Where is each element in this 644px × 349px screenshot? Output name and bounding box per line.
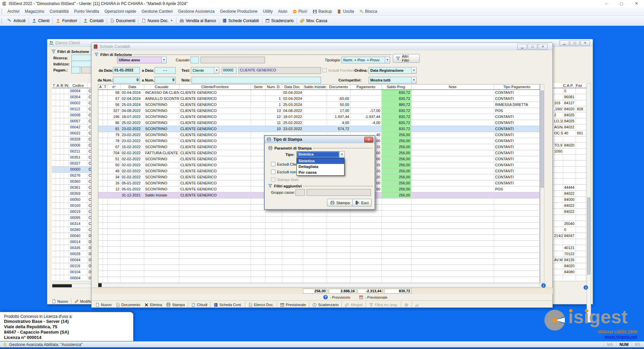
dialog-close-button[interactable]: ✕: [364, 137, 373, 142]
list-item[interactable]: 84022: [553, 203, 586, 209]
dropdown-option-percassa[interactable]: Per cassa: [297, 170, 344, 175]
list-item[interactable]: 00119D: [52, 263, 95, 269]
list-item[interactable]: [553, 215, 586, 221]
table-row[interactable]: 19618-07-2022SCONTRINOCLIENTE GENERICO12…: [98, 114, 540, 120]
list-item[interactable]: OC.SA40691: [553, 130, 586, 136]
list-item[interactable]: 00112C: [52, 106, 95, 112]
list-item[interactable]: 00100C: [52, 203, 95, 209]
elenco-minimize-button[interactable]: ▁: [559, 40, 569, 46]
list-item[interactable]: [553, 173, 586, 179]
menu-item-magazzino[interactable]: Magazzino: [22, 8, 47, 15]
list-item[interactable]: ,160/84020828: [553, 106, 586, 112]
menu-item-plus[interactable]: Plus!: [290, 8, 310, 15]
list-item[interactable]: 00314C: [52, 221, 95, 227]
list-item[interactable]: AGNA,84022: [553, 124, 586, 130]
list-item[interactable]: 00050C: [52, 197, 95, 203]
causale-code-input[interactable]: [191, 57, 199, 63]
schede-toolbar-documento[interactable]: Documento: [114, 302, 142, 308]
elenco-info-icon[interactable]: i: [583, 285, 588, 290]
list-item[interactable]: 00095C: [52, 215, 95, 221]
table-row[interactable]: 32704-08-2022SCONTRINOCLIENTE GENERICO13…: [98, 108, 540, 114]
test-code-field[interactable]: 00000: [222, 67, 236, 74]
list-item[interactable]: 00028D: [52, 251, 95, 257]
list-item[interactable]: [553, 275, 586, 281]
list-item[interactable]: 00211C: [52, 149, 95, 155]
schede-contabili-titlebar[interactable]: Schede Contabili ▁ ▢ ✕: [92, 43, 552, 50]
list-item[interactable]: 00327C: [52, 161, 95, 167]
menu-item-archivi[interactable]: Archivi: [5, 8, 22, 15]
list-item[interactable]: 1050: [553, 149, 586, 155]
list-item[interactable]: 00360C: [52, 179, 95, 185]
toolbar-button-articoli[interactable]: Articoli: [5, 17, 28, 24]
schede-toolbar-filtraincpag[interactable]: Filtra inc./pag.: [367, 302, 399, 308]
list-item[interactable]: [553, 136, 586, 142]
list-item[interactable]: [553, 167, 586, 173]
list-item[interactable]: 00104D: [52, 269, 95, 275]
schede-toolbar-nuovo[interactable]: Nuovo: [94, 302, 113, 308]
corrispettivi-combobox[interactable]: Mostra tutti▼: [369, 77, 417, 83]
list-item[interactable]: 10384127: [553, 100, 586, 106]
escludi-clienti-checkbox[interactable]: [271, 162, 275, 166]
altri-filtri-button[interactable]: Altri Filtri: [393, 54, 420, 63]
list-item[interactable]: 00351C: [52, 155, 95, 161]
schede-toolbar-elencodoc[interactable]: Elenco Doc.: [247, 302, 275, 308]
toolbar-button-venditaalbanco[interactable]: Vendita al Banco: [177, 17, 218, 24]
tipologia-combobox[interactable]: Norm. + Prev. + Provv.▼: [341, 57, 390, 63]
list-item[interactable]: 00004D: [52, 275, 95, 281]
a-data-input[interactable]: - -: [155, 67, 176, 74]
list-item[interactable]: 84022: [553, 209, 586, 215]
menu-item-contabilit[interactable]: Contabilità: [47, 8, 71, 15]
list-item[interactable]: 00328C: [52, 136, 95, 142]
menu-item-puntovendita[interactable]: Punto Vendita: [71, 8, 102, 15]
table-row[interactable]: 8625-02-2022SCONTRINOCLIENTE GENERICO112…: [98, 120, 540, 126]
minimize-button[interactable]: –: [599, 0, 614, 7]
list-item[interactable]: 84022: [553, 191, 586, 197]
menu-item-uscita[interactable]: Uscita: [334, 8, 357, 15]
table-row[interactable]: 5802-04-2024INCASSO DA CLIENTECLIENTE GE…: [98, 90, 540, 96]
list-item[interactable]: [553, 161, 586, 167]
dialog-titlebar[interactable]: Tipo di Stampa: [265, 136, 375, 143]
stampa-note-checkbox[interactable]: [271, 177, 275, 182]
gruppo-casse-code-input[interactable]: [296, 189, 305, 196]
esci-button[interactable]: Esci: [352, 199, 372, 207]
schede-toolbar-elimina[interactable]: Elimina: [143, 302, 164, 308]
list-item[interactable]: TO,984020: [553, 142, 586, 149]
toolbar-button-contatti[interactable]: Contatti: [81, 17, 106, 24]
list-item[interactable]: 00098C: [52, 112, 95, 118]
close-button[interactable]: ✕: [629, 0, 644, 7]
website-link[interactable]: www.isigest.net: [604, 334, 637, 339]
note-input[interactable]: [192, 77, 321, 83]
schede-maximize-button[interactable]: ▢: [528, 44, 537, 50]
list-item[interactable]: AV.MI84135: [553, 257, 586, 263]
list-item[interactable]: 00002C: [52, 100, 95, 106]
toolbar-button-nuovodoc[interactable]: Nuovo Doc.▼: [139, 17, 175, 24]
list-item[interactable]: 214/284047: [553, 233, 586, 239]
list-item[interactable]: [553, 179, 586, 185]
schede-horizontal-scrollbar[interactable]: [98, 283, 540, 287]
schede-toolbar-stampa[interactable]: Stampa: [164, 301, 186, 308]
schede-vertical-scrollbar[interactable]: [540, 84, 544, 283]
schede-toolbar-chart[interactable]: [413, 302, 421, 308]
schede-toolbar-scadenzario[interactable]: Scadenzario: [311, 302, 340, 308]
list-item[interactable]: 00335D: [52, 245, 95, 251]
dropdown-option-sintetica[interactable]: Sintetica: [297, 158, 344, 164]
menu-item-gestioneproduzione[interactable]: Gestione Produzione: [217, 8, 260, 15]
list-item[interactable]: 00006C: [52, 142, 95, 149]
list-item[interactable]: 0: [553, 227, 586, 233]
menu-item-backup[interactable]: Backup: [310, 8, 334, 15]
da-num-input[interactable]: 0: [113, 77, 140, 83]
escludi-non-checkbox[interactable]: [271, 170, 275, 174]
list-item[interactable]: 00276C: [52, 173, 95, 179]
gruppo-casse-desc-input[interactable]: [307, 189, 371, 196]
list-item[interactable]: [553, 239, 586, 245]
toolbar-button-movcassa[interactable]: Mov. Cassa: [298, 17, 329, 24]
toolbar-button-documenti[interactable]: Documenti: [108, 17, 138, 24]
toolbar-button-clienti[interactable]: Clienti: [30, 17, 52, 24]
list-item[interactable]: 86081: [553, 94, 586, 100]
menu-item-gestioneassistenza[interactable]: Gestione Assistenza: [175, 8, 217, 15]
menu-item-blocca[interactable]: Blocca: [357, 8, 380, 15]
list-item[interactable]: 284025: [553, 112, 586, 118]
menu-item-gestionecantieri[interactable]: Gestione Cantieri: [139, 8, 175, 15]
list-item[interactable]: 84000: [553, 197, 586, 203]
stampa-button[interactable]: Stampa: [327, 199, 353, 207]
